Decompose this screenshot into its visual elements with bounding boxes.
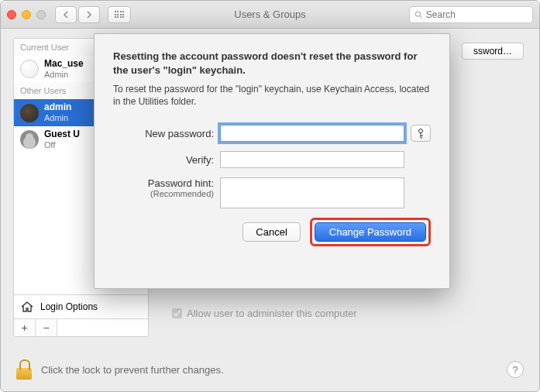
change-password-button[interactable]: Change Password <box>315 222 426 242</box>
user-role: Admin <box>44 113 71 123</box>
admin-checkbox-row: Allow user to administer this computer <box>172 308 357 319</box>
verify-label: Verify: <box>113 154 214 166</box>
login-options-label: Login Options <box>40 301 98 312</box>
avatar <box>20 130 39 149</box>
footer: Click the lock to prevent further change… <box>1 348 539 391</box>
user-name: admin <box>44 102 71 113</box>
password-assistant-button[interactable] <box>411 125 431 142</box>
svg-point-2 <box>419 129 423 133</box>
search-icon <box>414 10 423 19</box>
close-window-button[interactable] <box>7 10 16 19</box>
zoom-window-button[interactable] <box>36 10 46 19</box>
highlight-annotation: Change Password <box>310 218 431 246</box>
login-options[interactable]: Login Options <box>14 294 148 318</box>
house-icon <box>20 301 34 313</box>
show-all-button[interactable] <box>108 6 131 23</box>
forward-button[interactable] <box>78 6 100 23</box>
search-input[interactable] <box>426 9 528 20</box>
modal-heading: Resetting the account password doesn't r… <box>113 50 431 77</box>
nav-buttons <box>55 6 100 23</box>
lock-icon[interactable] <box>16 359 32 380</box>
user-role: Off <box>44 140 80 150</box>
avatar <box>20 60 39 78</box>
admin-checkbox[interactable] <box>172 308 182 318</box>
cancel-button[interactable]: Cancel <box>242 222 300 242</box>
minimize-window-button[interactable] <box>22 10 31 19</box>
user-name: Guest U <box>44 129 80 140</box>
user-role: Admin <box>44 70 84 80</box>
back-button[interactable] <box>55 6 77 23</box>
titlebar: Users & Groups <box>1 1 539 29</box>
svg-line-1 <box>420 15 422 18</box>
chevron-left-icon <box>63 11 69 19</box>
hint-label: Password hint: (Recommended) <box>113 177 214 198</box>
reset-password-sheet: Resetting the account password doesn't r… <box>94 33 450 289</box>
preferences-window: Users & Groups Current User Mac_use Admi… <box>0 0 540 392</box>
lock-text: Click the lock to prevent further change… <box>41 364 224 376</box>
admin-checkbox-label: Allow user to administer this computer <box>187 308 357 319</box>
change-password-partially-obscured[interactable]: ssword… <box>462 43 524 60</box>
password-hint-input[interactable] <box>220 177 404 208</box>
password-form: New password: Verify: Password hint: (Re… <box>113 125 431 208</box>
grid-icon <box>115 11 125 18</box>
new-password-input[interactable] <box>220 125 404 142</box>
add-remove-bar: + − <box>14 318 148 336</box>
window-controls <box>7 10 46 19</box>
search-field[interactable] <box>409 6 533 23</box>
modal-subtext: To reset the password for the "login" ke… <box>113 83 431 108</box>
svg-point-0 <box>415 11 420 15</box>
verify-password-input[interactable] <box>220 151 404 168</box>
help-button[interactable]: ? <box>507 361 524 378</box>
chevron-right-icon <box>86 11 92 19</box>
user-name: Mac_use <box>44 59 84 70</box>
remove-user-button[interactable]: − <box>36 319 57 336</box>
new-password-label: New password: <box>113 128 214 139</box>
key-icon <box>417 128 425 139</box>
avatar <box>20 104 39 122</box>
add-user-button[interactable]: + <box>14 319 36 336</box>
modal-actions: Cancel Change Password <box>113 218 431 246</box>
